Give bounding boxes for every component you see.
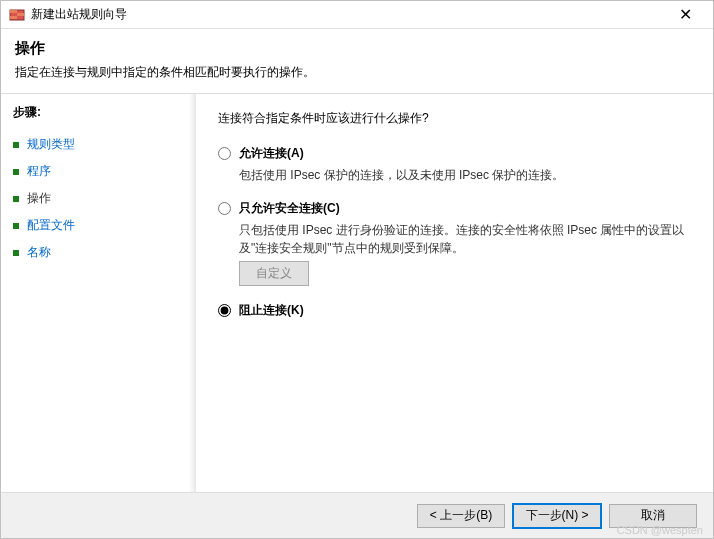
radio-allow[interactable] [218, 147, 231, 160]
option-block: 阻止连接(K) [218, 302, 691, 319]
steps-label: 步骤: [13, 104, 195, 121]
back-button[interactable]: < 上一步(B) [417, 504, 505, 528]
question-text: 连接符合指定条件时应该进行什么操作? [218, 110, 691, 127]
radio-block[interactable] [218, 304, 231, 317]
step-label: 操作 [27, 190, 51, 207]
bullet-icon [13, 196, 19, 202]
customize-button: 自定义 [239, 261, 309, 286]
step-label: 名称 [27, 244, 51, 261]
option-block-label: 阻止连接(K) [239, 302, 304, 319]
watermark: CSDN @wespten [617, 524, 703, 536]
svg-rect-3 [10, 16, 17, 19]
firewall-icon [9, 7, 25, 23]
step-name[interactable]: 名称 [13, 239, 195, 266]
header: 操作 指定在连接与规则中指定的条件相匹配时要执行的操作。 [1, 29, 713, 93]
page-description: 指定在连接与规则中指定的条件相匹配时要执行的操作。 [15, 64, 699, 81]
close-button[interactable]: ✕ [665, 3, 705, 27]
wizard-window: 新建出站规则向导 ✕ 操作 指定在连接与规则中指定的条件相匹配时要执行的操作。 … [0, 0, 714, 539]
option-secure-label: 只允许安全连接(C) [239, 200, 340, 217]
svg-rect-1 [10, 10, 17, 13]
step-action[interactable]: 操作 [13, 185, 195, 212]
step-label: 程序 [27, 163, 51, 180]
step-label: 配置文件 [27, 217, 75, 234]
bullet-icon [13, 169, 19, 175]
option-secure-desc: 只包括使用 IPsec 进行身份验证的连接。连接的安全性将依照 IPsec 属性… [239, 221, 691, 257]
option-secure: 只允许安全连接(C) 只包括使用 IPsec 进行身份验证的连接。连接的安全性将… [218, 200, 691, 286]
option-allow-label: 允许连接(A) [239, 145, 304, 162]
body: 步骤: 规则类型 程序 操作 配置文件 名称 连接符合指定条件时应该进行什么操作… [1, 93, 713, 492]
bullet-icon [13, 142, 19, 148]
page-title: 操作 [15, 39, 699, 58]
step-program[interactable]: 程序 [13, 158, 195, 185]
svg-rect-2 [17, 13, 24, 16]
content: 连接符合指定条件时应该进行什么操作? 允许连接(A) 包括使用 IPsec 保护… [196, 94, 713, 492]
step-profile[interactable]: 配置文件 [13, 212, 195, 239]
window-title: 新建出站规则向导 [31, 6, 665, 23]
footer: < 上一步(B) 下一步(N) > 取消 [1, 492, 713, 538]
step-rule-type[interactable]: 规则类型 [13, 131, 195, 158]
option-allow-desc: 包括使用 IPsec 保护的连接，以及未使用 IPsec 保护的连接。 [239, 166, 691, 184]
titlebar: 新建出站规则向导 ✕ [1, 1, 713, 29]
step-label: 规则类型 [27, 136, 75, 153]
radio-secure[interactable] [218, 202, 231, 215]
option-allow-row[interactable]: 允许连接(A) [218, 145, 691, 162]
option-secure-row[interactable]: 只允许安全连接(C) [218, 200, 691, 217]
next-button[interactable]: 下一步(N) > [513, 504, 601, 528]
option-block-row[interactable]: 阻止连接(K) [218, 302, 691, 319]
bullet-icon [13, 250, 19, 256]
bullet-icon [13, 223, 19, 229]
sidebar: 步骤: 规则类型 程序 操作 配置文件 名称 [1, 94, 196, 492]
option-allow: 允许连接(A) 包括使用 IPsec 保护的连接，以及未使用 IPsec 保护的… [218, 145, 691, 184]
